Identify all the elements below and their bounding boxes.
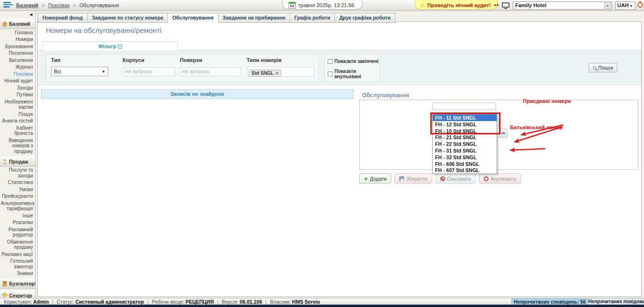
tab-bar: Номерний фондЗавдання по статусу номераО… <box>38 13 395 22</box>
action-buttons: +ДодатиЗберегтиСкасуватиАнулювати <box>359 174 521 184</box>
room-type-tag-label: Std SNGL <box>251 71 274 76</box>
sidebar-item-бронювання[interactable]: Бронювання <box>0 43 35 50</box>
sidebar-item-послуги-та-заходи[interactable]: Послуги та заходи <box>0 167 35 179</box>
monitor-icon[interactable] <box>502 2 509 8</box>
search-button-label: Пошук <box>598 65 613 71</box>
dropdown-option[interactable]: FH - 32 Std SNGL <box>433 154 497 161</box>
sidebar-item-альтернативна-тарифікація[interactable]: Альтернативна тарифікація <box>0 200 35 212</box>
night-audit-text: Проведіть нічний аудит! <box>427 2 491 8</box>
date-text: травня 2025р. 13:21:56 <box>298 2 354 8</box>
tab-завдання-по-статусу-номера[interactable]: Завдання по статусу номера <box>87 13 168 23</box>
swap-arrows-icon[interactable]: ◄► <box>493 3 499 7</box>
sidebar-item-головна[interactable]: Головна <box>0 29 35 36</box>
sidebar-item-знижки[interactable]: Знижки <box>0 270 35 277</box>
filter-checkbox-box: Показати закінченіПоказати анульовані <box>324 54 380 82</box>
remove-tag-icon[interactable]: × <box>276 71 279 76</box>
filter-section-tab[interactable]: Фільтр− <box>42 41 178 51</box>
filter-fields-box: Тип Всі ▼ Корпуси Поверхи <box>46 54 319 82</box>
main-area: Номерний фондЗавдання по статусу номераО… <box>36 11 644 298</box>
sidebar-item-прейскуранти[interactable]: Прейскуранти <box>0 193 35 200</box>
sidebar-section-bukhhalteriia[interactable]: Бухгалтерія <box>0 278 35 289</box>
sidebar-item-заходи[interactable]: Заходи <box>0 84 35 92</box>
dropdown-option[interactable]: FH - 10 Std SNGL <box>433 128 497 134</box>
date-display[interactable]: 02 травня 2025р. 13:21:56 <box>282 0 363 10</box>
collapse-minus-icon[interactable]: − <box>118 44 122 49</box>
dropdown-option[interactable]: FH - 22 Std SNGL <box>433 141 497 147</box>
dropdown-option[interactable]: FH - 11 Std SNGL <box>433 114 497 121</box>
додати-button[interactable]: +Додати <box>359 174 391 184</box>
sidebar-item-умови[interactable]: Умови <box>0 186 35 193</box>
filter-panel: Тип Всі ▼ Корпуси Поверхи <box>38 50 641 85</box>
sidebar-item-номери[interactable]: Номери <box>0 36 35 43</box>
annotation-parent-room: Батьківський номер <box>510 124 562 130</box>
sidebar-item-кабінет-броніста[interactable]: Кабінет броніста <box>0 124 35 137</box>
checkbox-icon[interactable] <box>328 72 332 76</box>
sidebar-item-журнал[interactable]: Журнал <box>0 64 35 71</box>
filter-type-select[interactable]: Всі ▼ <box>51 67 108 76</box>
sidebar-collapse-icon[interactable]: ◀ <box>0 11 35 17</box>
sidebar-item-розсилки[interactable]: Розсилки <box>0 219 35 226</box>
sidebar-item-виведення-номерів-з-продажу[interactable]: Виведення номерів з продажу <box>0 137 35 155</box>
sidebar-item-нічний-аудит[interactable]: Нічний аудит <box>0 78 35 85</box>
tab-завдання-на-прибирання[interactable]: Завдання на прибирання <box>218 13 290 23</box>
filter-type-value: Всі <box>54 69 61 74</box>
dropdown-option[interactable]: FH - 31 Std SNGL <box>433 147 497 154</box>
tab-обслуговування[interactable]: Обслуговування <box>167 13 218 23</box>
room-number-input[interactable] <box>432 102 496 110</box>
breadcrumb-separator: > <box>42 2 44 8</box>
sidebar-item-рекламні-акції[interactable]: Рекламні акції <box>0 251 35 258</box>
sidebar-item-обмеження-продажу[interactable]: Обмеження продажу <box>0 238 35 251</box>
sidebar-item-готельний-інвентар[interactable]: Готельний інвентар <box>0 258 35 270</box>
breadcrumb-pokoivky[interactable]: Покоївки <box>48 2 70 8</box>
checkbox-показати-анульовані[interactable]: Показати анульовані <box>328 69 380 79</box>
sidebar-item-статистика[interactable]: Статистика <box>0 179 35 186</box>
sidebar-nav: БазовийГоловнаНомериБронюванняПоселенняВ… <box>0 19 35 298</box>
sidebar-item-путівки[interactable]: Путівки <box>0 92 35 99</box>
filter-buildings-input[interactable] <box>123 67 175 76</box>
dropdown-option[interactable]: FH - 12 Std SNGL <box>433 121 497 128</box>
sidebar-item-анкети-гостей[interactable]: Анкети гостей <box>0 118 35 125</box>
menu-icon[interactable] <box>3 2 13 9</box>
dropdown-option[interactable]: FH - 21 Std SNGL <box>433 134 497 141</box>
filter-field-floors: Поверхи <box>180 57 241 76</box>
breadcrumb-bazovyi[interactable]: Базовий <box>16 2 38 8</box>
sidebar-section-prodazh[interactable]: Продаж <box>0 156 35 167</box>
night-audit-warning[interactable]: ⚠ Проведіть нічний аудит! <box>415 0 498 10</box>
sidebar-item-поселення[interactable]: Поселення <box>0 50 35 57</box>
warning-icon: ⚠ <box>420 2 425 9</box>
infinity-date-button[interactable]: ∞ <box>499 129 508 138</box>
sidebar-item-рекламний-редактор[interactable]: Рекламний редактор <box>0 226 35 238</box>
sidebar-item-пошук[interactable]: Пошук <box>0 111 35 118</box>
tab-номерний-фонд[interactable]: Номерний фонд <box>38 13 88 23</box>
sidebar-item-покоївки[interactable]: Покоївки <box>0 71 35 78</box>
checkbox-icon[interactable] <box>328 59 332 64</box>
hotel-select[interactable]: Family Hotel ▼ <box>513 1 612 10</box>
filter-room-types-input[interactable]: Std SNGL × <box>247 67 314 77</box>
dropdown-option[interactable]: FH - 607 Std SNGL <box>433 167 497 174</box>
hotel-select-value: Family Hotel <box>515 2 546 8</box>
calendar-icon: 02 <box>289 2 296 9</box>
search-button[interactable]: Пошук <box>589 63 617 72</box>
unread-notifications-badge[interactable]: Непрочитаних сповіщень: 56 <box>511 298 588 305</box>
tab-графік-роботи[interactable]: Графік роботи <box>290 13 335 23</box>
tab-друк-графіка-роботи[interactable]: Друк графіка роботи <box>334 13 395 23</box>
unread-messages-badge[interactable]: Непрочитаних повідомлень: 2 <box>588 298 644 305</box>
breadcrumb: Базовий > Покоївки > Обслуговування <box>16 2 119 8</box>
cancel-icon <box>440 176 445 181</box>
sidebar-item-інше[interactable]: Інше <box>0 212 35 219</box>
save-icon <box>399 176 404 181</box>
sidebar-section-bazovyi[interactable]: Базовий <box>0 19 35 29</box>
power-icon[interactable] <box>637 2 643 8</box>
скасувати-button: Скасувати <box>436 174 476 184</box>
dropdown-option[interactable]: FH - 606 Std SNGL <box>433 161 497 167</box>
bottom-strip <box>0 305 644 307</box>
ledger-icon <box>2 281 8 287</box>
sidebar-item-незбережені-картки[interactable]: Незбережені картки <box>0 98 35 111</box>
checkbox-показати-закінчені[interactable]: Показати закінчені <box>328 59 380 64</box>
sidebar-section-sekretar[interactable]: Секретар <box>0 290 35 298</box>
filter-floors-input[interactable] <box>180 67 241 76</box>
breadcrumb-separator: > <box>73 2 76 8</box>
house-icon <box>2 21 8 27</box>
sidebar-item-виселення[interactable]: Виселення <box>0 57 35 64</box>
currency-select[interactable]: UAH▼ <box>615 1 635 10</box>
